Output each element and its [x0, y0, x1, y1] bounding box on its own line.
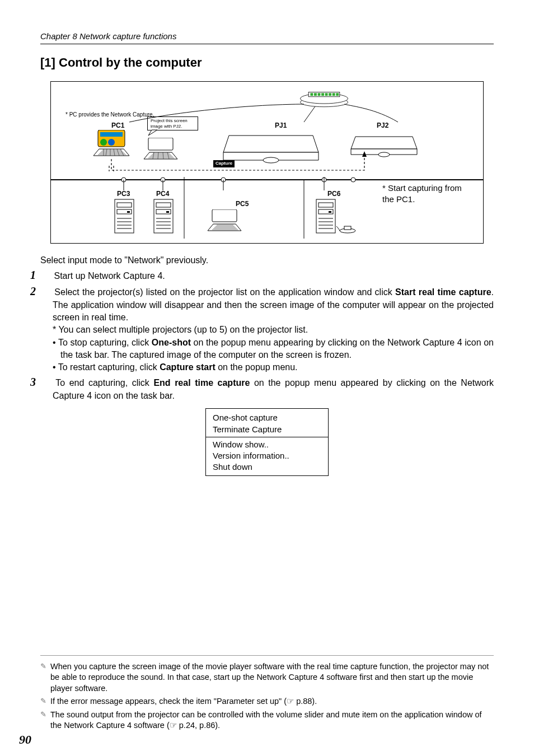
popup-menu: One-shot capture Terminate Capture Windo…	[205, 408, 329, 475]
footnotes-block: ✎ When you capture the screen image of t…	[40, 655, 494, 734]
pencil-icon: ✎	[40, 710, 50, 731]
menu-item-version[interactable]: Version information..	[206, 450, 328, 461]
footnote-3-text: The sound output from the projector can …	[50, 710, 494, 731]
footnote-2-a: If the error message appears, check the …	[50, 697, 287, 706]
svg-marker-39	[362, 151, 367, 157]
diagram-top-lines	[51, 82, 484, 183]
step-2-sub2-a: • To stop capturing, click	[53, 338, 152, 347]
footnote-2-text: If the error message appears, check the …	[50, 696, 494, 707]
menu-item-window-show[interactable]: Window show..	[206, 439, 328, 450]
step-2-sub3-a: • To restart capturing, click	[53, 362, 160, 372]
footnote-1: ✎ When you capture the screen image of t…	[40, 661, 494, 694]
footnote-3: ✎ The sound output from the projector ca…	[40, 710, 494, 731]
menu-item-shutdown[interactable]: Shut down	[206, 461, 328, 473]
step-2-sub3: • To restart capturing, click Capture st…	[40, 361, 494, 374]
step-2: 2 Select the projector(s) listed on the …	[40, 284, 494, 323]
menu-item-terminate[interactable]: Terminate Capture	[206, 424, 328, 435]
step-2-sub2-bold: One-shot	[152, 338, 191, 347]
footnote-3-a: The sound output from the projector can …	[50, 710, 482, 730]
pointer-icon: ☞	[287, 697, 294, 706]
capture-tag: Capture	[213, 160, 235, 167]
footnote-2-b: p.88).	[294, 697, 317, 706]
step-3: 3 To end capturing, click End real time …	[40, 375, 494, 402]
intro-text: Select input mode to "Network" previousl…	[40, 254, 494, 267]
step-1-text: Start up Network Capture 4.	[54, 271, 165, 281]
step-3-bold: End real time capture	[153, 378, 250, 388]
footnote-1-text: When you capture the screen image of the…	[50, 661, 494, 694]
step-2-sub2: • To stop capturing, click One-shot on t…	[40, 337, 494, 361]
step-2-bold1: Start real time capture	[395, 287, 491, 297]
step-2-text-a: Select the projector(s) listed on the pr…	[54, 287, 395, 297]
page-number: 90	[19, 731, 31, 748]
step-2-number: 2	[41, 284, 51, 299]
step-1: 1 Start up Network Capture 4.	[40, 268, 494, 283]
pointer-icon: ☞	[170, 721, 177, 730]
footnote-3-b: p.24, p.86).	[177, 721, 220, 730]
section-heading: [1] Control by the computer	[40, 54, 494, 71]
step-2-sub1: * You can select multiple projectors (up…	[40, 324, 494, 336]
step-2-sub3-b: on the popup menu.	[216, 362, 298, 372]
menu-item-oneshot[interactable]: One-shot capture	[206, 412, 328, 423]
step-2-sub3-bold: Capture start	[160, 362, 216, 372]
footnote-2: ✎ If the error message appears, check th…	[40, 696, 494, 707]
step-1-number: 1	[41, 268, 51, 283]
step-3-text-a: To end capturing, click	[55, 378, 153, 388]
menu-separator	[206, 437, 328, 437]
pencil-icon: ✎	[40, 661, 50, 694]
network-diagram: * PC provides the Network Capture. PC1 P…	[50, 81, 484, 244]
pencil-icon: ✎	[40, 696, 50, 707]
diagram-side-note: * Start capturing from the PC1.	[382, 183, 472, 206]
step-3-number: 3	[41, 375, 51, 390]
chapter-header: Chapter 8 Network capture functions	[40, 31, 494, 44]
